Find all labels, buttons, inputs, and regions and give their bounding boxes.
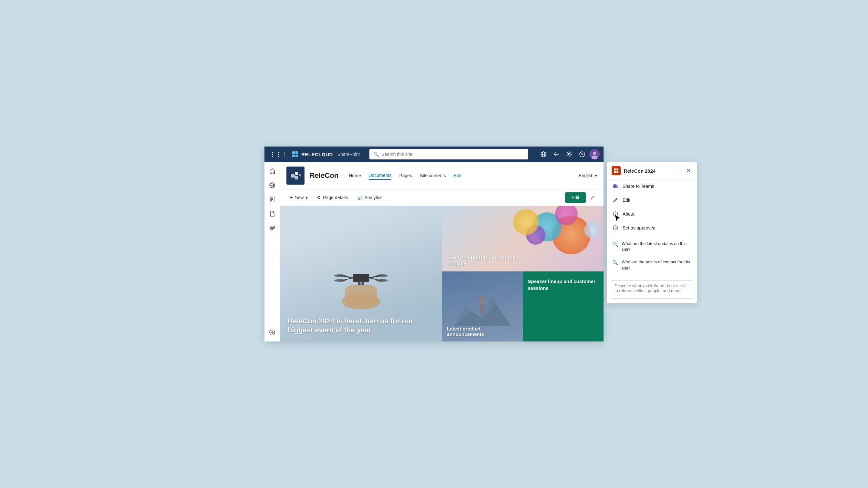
sidebar-item-add[interactable] [266, 326, 279, 339]
brand-name: RELECLOUD [301, 152, 333, 157]
svg-rect-52 [616, 186, 618, 188]
svg-rect-48 [616, 168, 618, 170]
check-circle-icon [612, 225, 619, 231]
language-label: English [579, 173, 593, 178]
svg-rect-33 [345, 285, 377, 305]
analytics-button[interactable]: 📊 Analytics [353, 193, 385, 202]
svg-point-54 [616, 185, 617, 186]
edit-item[interactable]: Edit [607, 193, 697, 207]
search-bar[interactable]: 🔍 [369, 149, 528, 159]
help-icon[interactable] [577, 149, 588, 159]
nav-site-contents[interactable]: Site contents [420, 172, 446, 180]
about-item[interactable]: About [607, 207, 697, 221]
page-details-button[interactable]: ⚙ Page details [314, 193, 351, 202]
edit-button[interactable]: Edit [565, 192, 586, 203]
avatar[interactable] [589, 149, 600, 159]
svg-point-39 [334, 274, 346, 277]
toolbar: + New ▾ ⚙ Page details 📊 Analytics Edit … [280, 190, 603, 206]
register-link[interactable]: Register → [448, 261, 519, 266]
svg-rect-1 [296, 151, 298, 154]
expand-icon[interactable]: ⤢ [588, 192, 597, 203]
svg-rect-50 [616, 171, 618, 173]
panel-more-button[interactable]: ··· [676, 167, 684, 175]
svg-rect-34 [353, 274, 369, 282]
svg-rect-28 [295, 176, 298, 180]
about-label: About [623, 212, 634, 217]
hero-right-top: Event schedule and details Register → [442, 206, 603, 271]
page-details-label: Page details [323, 195, 348, 200]
panel-close-button[interactable]: ✕ [685, 166, 692, 175]
new-chevron-icon: ▾ [306, 195, 308, 200]
svg-point-53 [614, 184, 616, 186]
chevron-down-icon: ▾ [595, 173, 597, 178]
svg-point-9 [582, 156, 583, 156]
settings-icon[interactable] [563, 149, 575, 159]
svg-rect-0 [292, 151, 295, 154]
new-label: New [294, 195, 304, 200]
suggestion-search-icon-1: 🔍 [612, 241, 618, 247]
sidebar [265, 162, 280, 341]
hero-bottom-right: Speaker lineup and customer sessions [523, 271, 604, 341]
content-area: ReleCon Home Documents Pages Site conten… [280, 162, 603, 341]
nav-icons [538, 149, 600, 159]
svg-point-44 [360, 282, 362, 285]
panel-input[interactable] [611, 281, 693, 298]
svg-line-30 [294, 175, 295, 176]
analytics-label: Analytics [364, 195, 382, 200]
sidebar-item-pages[interactable] [266, 193, 279, 206]
product-announcements-content: Latest product announcements [447, 326, 518, 337]
main-layout: ReleCon Home Documents Pages Site conten… [265, 162, 603, 341]
svg-point-11 [593, 152, 596, 155]
edit-label: Edit [623, 197, 630, 203]
svg-rect-49 [614, 171, 616, 173]
top-nav-bar: ⋮⋮⋮ RELECLOUD SharePoint 🔍 [265, 147, 603, 162]
language-icon[interactable] [538, 149, 549, 159]
hero-main-text: ReleCon 2024 is here! Join us for our bi… [280, 310, 442, 341]
brand-logo[interactable]: RELECLOUD [291, 151, 333, 158]
suggestion-text-2: Who are the points of contact for this s… [622, 259, 692, 271]
panel-title: ReleCon 2024 [624, 168, 673, 174]
site-header: ReleCon Home Documents Pages Site conten… [280, 162, 603, 190]
svg-rect-27 [295, 172, 298, 175]
site-nav: Home Documents Pages Site contents Edit [349, 171, 461, 180]
svg-rect-20 [270, 226, 275, 227]
svg-rect-29 [299, 174, 301, 176]
waffle-menu-icon[interactable]: ⋮⋮⋮ [268, 150, 288, 159]
svg-point-42 [376, 279, 388, 282]
new-button[interactable]: + New ▾ [286, 193, 311, 202]
sidebar-item-document[interactable] [266, 207, 279, 220]
nav-home[interactable]: Home [349, 172, 361, 180]
panel-icon [612, 166, 621, 175]
panel-header: ReleCon 2024 ··· ✕ [607, 162, 697, 180]
share-to-teams-item[interactable]: Share to Teams [607, 180, 697, 193]
svg-rect-47 [614, 168, 616, 170]
nav-pages[interactable]: Pages [399, 172, 412, 180]
svg-point-12 [592, 156, 597, 159]
plus-icon: + [290, 195, 292, 200]
browser-window: ⋮⋮⋮ RELECLOUD SharePoint 🔍 [265, 147, 603, 341]
relecloud-logo-icon [291, 151, 299, 158]
hero-left: ReleCon 2024 is here! Join us for our bi… [280, 206, 442, 341]
svg-rect-22 [270, 229, 273, 230]
edit-icon [612, 197, 619, 203]
gear-icon: ⚙ [317, 195, 321, 200]
panel-overlay: ReleCon 2024 ··· ✕ Share to Teams Edit [607, 162, 697, 303]
set-as-approved-item[interactable]: Set as approved [607, 221, 697, 235]
nav-edit[interactable]: Edit [454, 172, 461, 180]
suggestion-2[interactable]: 🔍 Who are the points of contact for this… [611, 256, 693, 274]
back-icon[interactable] [551, 149, 562, 159]
sidebar-item-home[interactable] [266, 165, 279, 177]
svg-point-40 [376, 274, 388, 277]
search-icon: 🔍 [373, 152, 379, 157]
speaker-lineup-title: Speaker lineup and customer sessions [528, 278, 599, 291]
sidebar-item-list[interactable] [266, 221, 279, 234]
info-icon [612, 211, 619, 217]
nav-documents[interactable]: Documents [369, 171, 392, 180]
language-selector[interactable]: English ▾ [579, 173, 597, 178]
search-input[interactable] [381, 152, 524, 157]
app-name-label: SharePoint [337, 152, 360, 157]
suggestion-1[interactable]: 🔍 What are the latest updates on this si… [611, 237, 693, 256]
sidebar-item-globe[interactable] [266, 179, 279, 192]
svg-rect-3 [296, 155, 298, 157]
suggestion-search-icon-2: 🔍 [612, 260, 618, 266]
